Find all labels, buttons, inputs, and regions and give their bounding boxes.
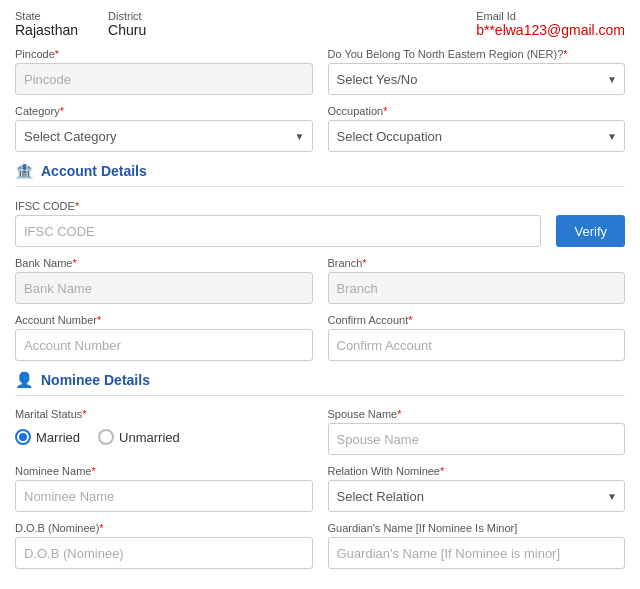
district-value: Churu <box>108 22 146 38</box>
pincode-input[interactable] <box>15 63 313 95</box>
bank-name-col: Bank Name* <box>15 257 313 304</box>
bank-name-label: Bank Name* <box>15 257 313 269</box>
marital-col: Marital Status* Married Unmarried <box>15 408 313 455</box>
category-label: Category* <box>15 105 313 117</box>
account-section-header: 🏦 Account Details <box>15 162 625 187</box>
nominee-name-col: Nominee Name* <box>15 465 313 512</box>
pincode-label: Pincode* <box>15 48 313 60</box>
nominee-section-header: 👤 Nominee Details <box>15 371 625 396</box>
spouse-col: Spouse Name* <box>328 408 626 455</box>
relation-col: Relation With Nominee* Select Relation S… <box>328 465 626 512</box>
branch-input[interactable] <box>328 272 626 304</box>
ifsc-col: IFSC CODE* <box>15 200 541 247</box>
verify-button[interactable]: Verify <box>556 215 625 247</box>
occupation-label: Occupation* <box>328 105 626 117</box>
spouse-input[interactable] <box>328 423 626 455</box>
married-radio[interactable] <box>15 429 31 445</box>
account-confirm-row: Account Number* Confirm Account* <box>15 314 625 361</box>
occupation-select-wrapper: Select Occupation Employed Self Employed… <box>328 120 626 152</box>
account-section-title: Account Details <box>41 163 147 179</box>
state-value: Rajasthan <box>15 22 78 38</box>
occupation-select[interactable]: Select Occupation Employed Self Employed… <box>328 120 626 152</box>
relation-select-wrapper: Select Relation Spouse Parent Child Sibl… <box>328 480 626 512</box>
dob-col: D.O.B (Nominee)* <box>15 522 313 569</box>
email-label: Email Id <box>476 10 625 22</box>
bank-icon: 🏦 <box>15 162 34 180</box>
top-info-row: State Rajasthan District Churu Email Id … <box>15 10 625 38</box>
dob-label: D.O.B (Nominee)* <box>15 522 313 534</box>
ner-select[interactable]: Select Yes/No Yes No <box>328 63 626 95</box>
district-label: District <box>108 10 146 22</box>
confirm-account-input[interactable] <box>328 329 626 361</box>
nominee-relation-row: Nominee Name* Relation With Nominee* Sel… <box>15 465 625 512</box>
nominee-name-input[interactable] <box>15 480 313 512</box>
user-icon: 👤 <box>15 371 34 389</box>
state-label: State <box>15 10 78 22</box>
pincode-col: Pincode* <box>15 48 313 95</box>
unmarried-label: Unmarried <box>119 430 180 445</box>
category-occupation-row: Category* Select Category General OBC SC… <box>15 105 625 152</box>
account-number-input[interactable] <box>15 329 313 361</box>
unmarried-radio[interactable] <box>98 429 114 445</box>
married-option[interactable]: Married <box>15 429 80 445</box>
nominee-name-label: Nominee Name* <box>15 465 313 477</box>
marital-radio-group: Married Unmarried <box>15 429 313 445</box>
category-select-wrapper: Select Category General OBC SC ST <box>15 120 313 152</box>
ifsc-verify-row: IFSC CODE* Verify <box>15 199 625 247</box>
dob-input[interactable] <box>15 537 313 569</box>
category-col: Category* Select Category General OBC SC… <box>15 105 313 152</box>
nominee-section-title: Nominee Details <box>41 372 150 388</box>
ner-label: Do You Belong To North Eastern Region (N… <box>328 48 626 60</box>
district-field: District Churu <box>108 10 146 38</box>
guardian-input[interactable] <box>328 537 626 569</box>
branch-label: Branch* <box>328 257 626 269</box>
spouse-label: Spouse Name* <box>328 408 626 420</box>
guardian-col: Guardian's Name [If Nominee Is Minor] <box>328 522 626 569</box>
confirm-account-label: Confirm Account* <box>328 314 626 326</box>
email-value: b**elwa123@gmail.com <box>476 22 625 38</box>
state-field: State Rajasthan <box>15 10 78 38</box>
ifsc-input[interactable] <box>15 215 541 247</box>
marital-spouse-row: Marital Status* Married Unmarried Spouse… <box>15 408 625 455</box>
confirm-account-col: Confirm Account* <box>328 314 626 361</box>
bank-branch-row: Bank Name* Branch* <box>15 257 625 304</box>
account-number-label: Account Number* <box>15 314 313 326</box>
bank-name-input[interactable] <box>15 272 313 304</box>
category-select[interactable]: Select Category General OBC SC ST <box>15 120 313 152</box>
ner-select-wrapper: Select Yes/No Yes No <box>328 63 626 95</box>
guardian-label: Guardian's Name [If Nominee Is Minor] <box>328 522 626 534</box>
unmarried-option[interactable]: Unmarried <box>98 429 180 445</box>
ifsc-label: IFSC CODE* <box>15 200 541 212</box>
pincode-ner-row: Pincode* Do You Belong To North Eastern … <box>15 48 625 95</box>
relation-label: Relation With Nominee* <box>328 465 626 477</box>
marital-label: Marital Status* <box>15 408 313 420</box>
ner-col: Do You Belong To North Eastern Region (N… <box>328 48 626 95</box>
occupation-col: Occupation* Select Occupation Employed S… <box>328 105 626 152</box>
married-label: Married <box>36 430 80 445</box>
branch-col: Branch* <box>328 257 626 304</box>
dob-guardian-row: D.O.B (Nominee)* Guardian's Name [If Nom… <box>15 522 625 569</box>
account-number-col: Account Number* <box>15 314 313 361</box>
verify-col: Verify <box>556 199 625 247</box>
email-field: Email Id b**elwa123@gmail.com <box>476 10 625 38</box>
relation-select[interactable]: Select Relation Spouse Parent Child Sibl… <box>328 480 626 512</box>
